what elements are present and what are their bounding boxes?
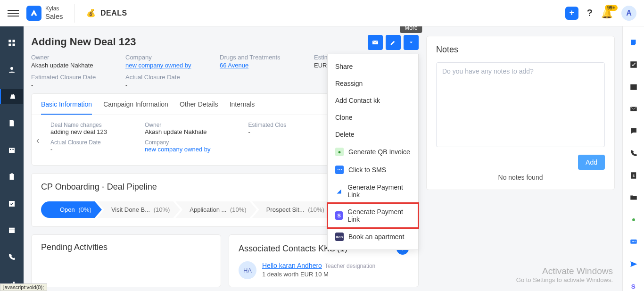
contacts-title: Associated Contacts KKS	[239, 244, 335, 254]
tab-basic-info[interactable]: Basic Information	[41, 100, 92, 115]
pending-activities-title: Pending Activities	[41, 242, 211, 252]
svg-point-25	[632, 241, 633, 242]
rs-calendar-icon[interactable]	[629, 82, 638, 91]
owner-value: Akash update Nakhate	[31, 62, 97, 69]
actual-closure-label-2: Actual Closure Date	[50, 139, 107, 146]
deal-title: Adding New Deal 123	[31, 36, 419, 48]
rs-send-icon[interactable]	[629, 260, 638, 269]
dropdown-generate-qb[interactable]: ●Generate QB Invoice	[328, 143, 418, 161]
rs-quote-icon[interactable]: $	[629, 171, 638, 180]
svg-rect-13	[9, 228, 15, 233]
dropdown-share[interactable]: Share	[328, 58, 418, 75]
carousel-prev-button[interactable]: ‹	[36, 135, 40, 146]
deal-name-label: Deal Name changes	[50, 122, 107, 128]
dropdown-click-sms[interactable]: ⋯Click to SMS	[328, 161, 418, 179]
contact-name-link[interactable]: Hello karan Andhero	[262, 262, 322, 269]
svg-rect-3	[13, 44, 15, 46]
rs-stripe-icon[interactable]: S	[629, 282, 638, 291]
rs-task-icon[interactable]	[629, 60, 638, 69]
svg-rect-19	[630, 84, 637, 90]
nav-clipboard[interactable]	[0, 170, 24, 184]
rs-email-icon[interactable]	[629, 104, 638, 113]
contact-item: HA Hello karan AndheroTeacher designatio…	[239, 261, 409, 279]
nav-calendar[interactable]	[0, 223, 24, 238]
dropdown-clone[interactable]: Clone	[328, 109, 418, 126]
dropdown-add-contact[interactable]: Add Contact kk	[328, 92, 418, 109]
notes-input[interactable]	[436, 62, 605, 147]
rs-chat-icon[interactable]	[629, 126, 638, 135]
svg-rect-1	[13, 40, 15, 42]
stage-application[interactable]: Application ... (10%)	[175, 201, 256, 218]
company-label: Company	[125, 54, 191, 61]
tab-internals[interactable]: Internals	[230, 100, 255, 115]
stage-prospect[interactable]: Prospect Sit... (10%)	[252, 201, 335, 218]
dropdown-generate-payment-2[interactable]: SGenerate Payment Link	[328, 203, 418, 228]
nav-documents[interactable]	[0, 116, 24, 131]
drugs-label: Drugs and Treatments	[220, 54, 286, 61]
activate-windows-watermark: Activate Windows Go to Settings to activ…	[516, 266, 613, 283]
nav-deals[interactable]	[0, 89, 23, 104]
dropdown-generate-payment-1[interactable]: ◢Generate Payment Link	[328, 179, 418, 203]
payment-icon-1: ◢	[335, 187, 343, 195]
rs-folder-icon[interactable]	[629, 193, 638, 202]
rs-phone-icon[interactable]	[629, 149, 638, 158]
nav-contacts[interactable]	[0, 63, 24, 77]
tab-campaign-info[interactable]: Campaign Information	[103, 100, 168, 115]
stage-visit-done[interactable]: Visit Done B... (10%)	[97, 201, 180, 218]
notification-badge: 99+	[605, 5, 618, 11]
svg-rect-10	[10, 174, 14, 180]
svg-rect-0	[8, 40, 11, 42]
nav-companies[interactable]	[0, 143, 24, 158]
hamburger-menu[interactable]	[8, 8, 19, 19]
email-button[interactable]	[368, 35, 383, 50]
actual-closure-value-2: -	[50, 146, 107, 153]
more-dropdown: Share Reassign Add Contact kk Clone Dele…	[327, 54, 419, 250]
svg-rect-11	[11, 173, 13, 175]
more-button[interactable]: More Share Reassign Add Contact kk Clone…	[404, 35, 419, 50]
global-add-button[interactable]: +	[565, 7, 578, 20]
notes-card: Notes Add No notes found	[426, 36, 615, 190]
svg-rect-2	[8, 44, 11, 46]
contact-avatar: HA	[239, 261, 256, 279]
est-closure-label-2: Estimated Clos	[248, 122, 286, 128]
company-link-2[interactable]: new company owned by	[145, 146, 210, 153]
breadcrumb[interactable]: 💰 DEALS	[86, 8, 127, 17]
edit-button[interactable]	[386, 35, 401, 50]
rs-note-icon[interactable]	[629, 38, 638, 47]
stage-open[interactable]: Open (0%)	[41, 201, 102, 218]
contact-role: Teacher designation	[325, 263, 375, 269]
qb-icon: ●	[335, 148, 344, 156]
brand-logo[interactable]	[26, 6, 41, 21]
tab-other-details[interactable]: Other Details	[180, 100, 218, 115]
company-link[interactable]: new company owned by	[125, 62, 191, 69]
notifications-button[interactable]: 🔔 99+	[601, 8, 613, 19]
dropdown-delete[interactable]: Delete	[328, 126, 418, 143]
pending-activities-card: Pending Activities	[31, 234, 221, 287]
svg-rect-9	[13, 149, 14, 150]
dropdown-reassign[interactable]: Reassign	[328, 75, 418, 92]
sms-icon: ⋯	[335, 166, 344, 174]
breadcrumb-label: DEALS	[100, 9, 127, 17]
svg-rect-8	[10, 149, 11, 150]
nav-calls[interactable]	[0, 250, 24, 265]
help-icon[interactable]: ?	[587, 8, 593, 18]
stripe-icon: S	[335, 211, 343, 220]
nav-dashboard[interactable]	[0, 36, 24, 50]
owner-label-2: Owner	[145, 122, 210, 128]
rs-sms-icon[interactable]	[629, 238, 638, 247]
deals-icon: 💰	[86, 8, 96, 17]
est-closure-value-2: -	[248, 128, 286, 135]
nav-tasks[interactable]	[0, 196, 24, 211]
actual-closure-label: Actual Closure Date	[125, 74, 191, 81]
add-note-button[interactable]: Add	[578, 155, 605, 170]
svg-point-6	[13, 94, 14, 95]
contact-sub: 1 deals worth EUR 10 M	[262, 271, 375, 278]
owner-label: Owner	[31, 54, 97, 61]
header-separator	[74, 4, 75, 23]
drugs-link[interactable]: 66 Avenue	[220, 62, 248, 69]
dropdown-book-apartment[interactable]: IRISBook an apartment	[328, 228, 418, 246]
deal-name-value: adding new deal 123	[50, 128, 107, 135]
left-nav	[0, 26, 24, 291]
rs-green-dot-icon[interactable]	[629, 216, 638, 224]
user-avatar[interactable]: A	[621, 6, 636, 21]
